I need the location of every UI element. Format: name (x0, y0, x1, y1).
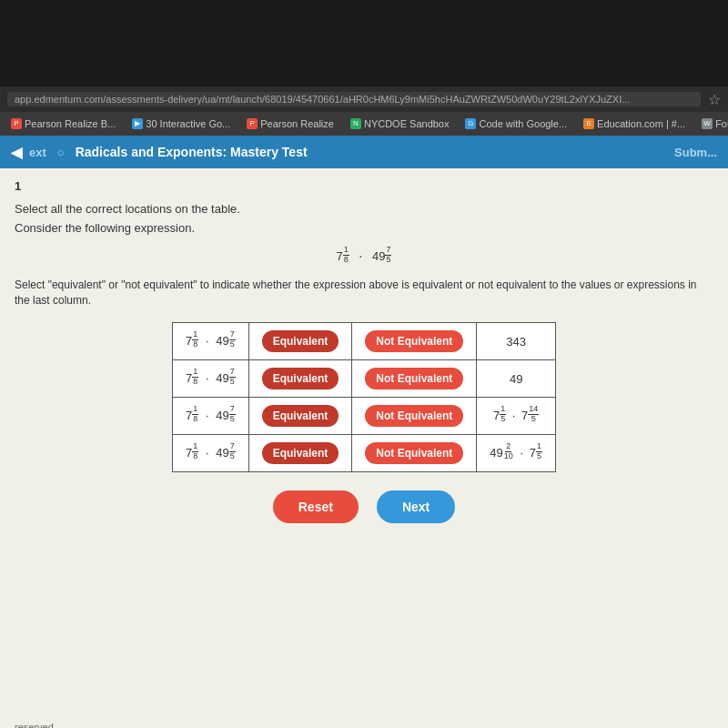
bookmark-icon-pr: P (247, 118, 258, 129)
browser-chrome (0, 0, 728, 86)
bookmark-nycdoe[interactable]: N NYCDOE Sandbox (345, 116, 455, 131)
bookmark-label: Code with Google... (479, 118, 567, 129)
bookmark-icon-edu: E (583, 118, 594, 129)
table-row: 7 1 8 · 49 7 5 (173, 323, 556, 360)
table-row: 7 1 8 · 49 7 5 (173, 435, 556, 472)
bookmark-pearson-realize-b[interactable]: P Pearson Realize B... (5, 116, 121, 131)
answer-table: 7 1 8 · 49 7 5 (172, 322, 556, 472)
bottom-buttons: Reset Next (15, 490, 713, 523)
submit-button[interactable]: Subm... (674, 146, 717, 159)
bookmark-pearson-realize[interactable]: P Pearson Realize (241, 116, 339, 131)
table-cell-expr-1: 7 1 8 · 49 7 5 (173, 323, 249, 360)
bookmark-education[interactable]: E Education.com | #... (578, 116, 691, 131)
equivalent-button-1[interactable]: Equivalent (262, 330, 339, 352)
table-cell-value-1: 343 (477, 323, 556, 360)
table-cell-value-2: 49 (477, 360, 556, 398)
bookmark-label: NYCDOE Sandbox (364, 118, 450, 129)
answer-table-container: 7 1 8 · 49 7 5 (15, 322, 713, 472)
bookmarks-bar: P Pearson Realize B... ▶ 30 Interactive … (0, 112, 728, 136)
back-button[interactable]: ◀ (11, 144, 22, 161)
expr-base2: 49 7 5 (372, 249, 391, 265)
bookmark-icon-nycdoe: N (350, 118, 361, 129)
table-cell-equivalent-2[interactable]: Equivalent (248, 360, 352, 398)
next-button[interactable]: Next (377, 490, 455, 523)
not-equivalent-button-1[interactable]: Not Equivalent (365, 330, 463, 352)
main-content: 1 Select all the correct locations on th… (0, 168, 728, 714)
table-cell-not-equivalent-1[interactable]: Not Equivalent (352, 323, 477, 360)
bookmark-icon-30: ▶ (132, 118, 143, 129)
table-cell-expr-3: 7 1 8 · 49 7 5 (173, 398, 249, 435)
url-bar[interactable]: app.edmentum.com/assessments-delivery/ua… (7, 92, 701, 106)
table-cell-expr-2: 7 1 8 · 49 7 5 (173, 360, 249, 398)
table-cell-value-3: 7 1 5 · 7 14 5 (477, 398, 556, 435)
bookmark-label: 30 Interactive Go... (146, 118, 230, 129)
instruction-1: Select all the correct locations on the … (15, 202, 713, 216)
table-cell-equivalent-4[interactable]: Equivalent (248, 435, 352, 472)
bookmark-icon-fourth: W (702, 118, 713, 129)
app-header: ◀ ext ○ Radicals and Exponents: Mastery … (0, 136, 728, 168)
table-row: 7 1 8 · 49 7 5 (173, 360, 556, 398)
table-cell-expr-4: 7 1 8 · 49 7 5 (173, 435, 249, 472)
equivalent-button-2[interactable]: Equivalent (262, 368, 339, 389)
equivalent-button-4[interactable]: Equivalent (262, 442, 339, 464)
bookmark-google[interactable]: G Code with Google... (460, 116, 572, 131)
footer: reserved. (0, 714, 728, 728)
bookmark-fourth-grade[interactable]: W Fourth Grade (696, 116, 728, 131)
table-cell-equivalent-1[interactable]: Equivalent (248, 323, 352, 360)
bookmark-icon-pearson: P (11, 118, 22, 129)
table-row: 7 1 8 · 49 7 5 (173, 398, 556, 435)
table-cell-not-equivalent-2[interactable]: Not Equivalent (352, 360, 477, 398)
table-cell-not-equivalent-3[interactable]: Not Equivalent (352, 398, 477, 435)
header-ext-label: ext (29, 146, 46, 159)
bookmark-30-interactive[interactable]: ▶ 30 Interactive Go... (126, 116, 236, 131)
address-bar[interactable]: app.edmentum.com/assessments-delivery/ua… (0, 86, 728, 112)
bookmark-label: Pearson Realize (260, 118, 334, 129)
bookmark-icon-google: G (465, 118, 476, 129)
instruction-3: Select "equivalent" or "not equivalent" … (15, 278, 713, 308)
equivalent-button-3[interactable]: Equivalent (262, 405, 339, 427)
not-equivalent-button-4[interactable]: Not Equivalent (365, 442, 463, 464)
table-cell-not-equivalent-4[interactable]: Not Equivalent (352, 435, 477, 472)
table-cell-value-4: 49 2 10 · 7 1 5 (477, 435, 556, 472)
question-number: 1 (15, 179, 713, 193)
not-equivalent-button-2[interactable]: Not Equivalent (365, 368, 463, 389)
not-equivalent-button-3[interactable]: Not Equivalent (365, 405, 463, 427)
bookmark-label: Education.com | #... (597, 118, 685, 129)
page-title: Radicals and Exponents: Mastery Test (76, 145, 308, 159)
footer-text: reserved. (15, 722, 56, 728)
bookmark-label: Fourth Grade (715, 118, 728, 129)
expr-base1: 7 1 8 (337, 249, 349, 265)
main-expression: 7 1 8 · 49 7 5 (15, 248, 713, 265)
header-left: ◀ ext ○ Radicals and Exponents: Mastery … (11, 144, 308, 161)
dot-operator: · (359, 248, 362, 263)
instruction-2: Consider the following expression. (15, 221, 713, 235)
bookmark-label: Pearson Realize B... (25, 118, 116, 129)
reset-button[interactable]: Reset (273, 490, 359, 523)
table-cell-equivalent-3[interactable]: Equivalent (248, 398, 352, 435)
